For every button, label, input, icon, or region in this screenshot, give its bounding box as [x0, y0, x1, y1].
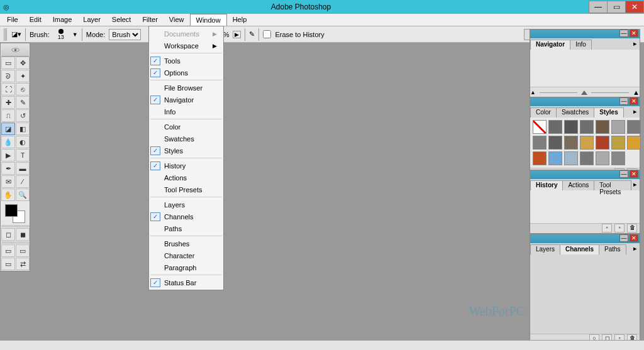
navigator-zoom-slider[interactable]: ▲ ▲ [530, 87, 640, 97]
quickmask-mode-icon[interactable]: ◼ [16, 228, 30, 241]
style-swatch[interactable] [580, 151, 594, 165]
history-brush-tool[interactable]: ↺ [16, 109, 30, 122]
screenmode-full[interactable]: ▭ [1, 258, 15, 270]
style-swatch[interactable] [548, 136, 562, 150]
eraser-tool[interactable]: ◪ [1, 123, 15, 135]
style-swatch[interactable] [611, 136, 625, 150]
panel-close-icon[interactable]: ✕ [630, 97, 638, 105]
new-doc-icon[interactable]: ▫ [614, 224, 625, 232]
screenmode-standard[interactable]: ▭ [1, 244, 15, 257]
shape-tool[interactable]: ▬ [16, 162, 30, 175]
style-swatch[interactable] [533, 120, 547, 134]
magic-wand-tool[interactable]: ✦ [16, 70, 30, 82]
style-swatch[interactable] [627, 136, 641, 150]
window-menu-info[interactable]: Info [149, 106, 223, 118]
airbrush-icon[interactable]: ✎ [249, 30, 255, 38]
clone-stamp-tool[interactable]: ⎍ [1, 109, 15, 122]
jump-to-imageready[interactable]: ⇄ [16, 258, 30, 270]
gradient-tool[interactable]: ◧ [16, 123, 30, 135]
menu-layer[interactable]: Layer [77, 14, 106, 26]
standard-mode-icon[interactable]: ◻ [1, 228, 15, 241]
brush-preset-picker[interactable]: 13 [53, 29, 69, 40]
window-menu-layers[interactable]: Layers [149, 199, 223, 211]
window-menu-paragraph[interactable]: Paragraph [149, 261, 223, 273]
panel-close-icon[interactable]: ✕ [630, 30, 638, 37]
tab-navigator[interactable]: Navigator [530, 40, 570, 50]
menu-image[interactable]: Image [47, 14, 78, 26]
menu-select[interactable]: Select [106, 14, 137, 26]
window-menu-tools[interactable]: ✓Tools [149, 55, 223, 67]
style-swatch[interactable] [533, 151, 547, 165]
style-swatch[interactable] [533, 136, 547, 150]
tab-layers[interactable]: Layers [530, 244, 560, 254]
panel-close-icon[interactable]: ✕ [630, 234, 638, 242]
tab-swatches[interactable]: Swatches [556, 107, 594, 118]
brush-tool[interactable]: ✎ [16, 96, 30, 109]
tab-color[interactable]: Color [530, 107, 557, 118]
window-menu-history[interactable]: ✓History [149, 160, 223, 172]
delete-state-icon[interactable]: 🗑 [627, 224, 637, 232]
window-menu-character[interactable]: Character [149, 249, 223, 261]
zoom-tool[interactable]: 🔍 [16, 189, 30, 201]
style-swatch[interactable] [611, 120, 625, 134]
style-swatch[interactable] [580, 136, 594, 150]
pen-tool[interactable]: ✒ [1, 162, 15, 175]
eyedropper-tool[interactable]: ⁄ [16, 175, 30, 188]
zoom-in-icon[interactable]: ▲ [633, 89, 640, 96]
close-button[interactable]: ✕ [625, 1, 644, 13]
window-menu-file-browser[interactable]: File Browser [149, 82, 223, 94]
healing-brush-tool[interactable]: ✚ [1, 96, 15, 109]
window-menu-options[interactable]: ✓Options [149, 67, 223, 79]
window-menu-paths[interactable]: Paths [149, 222, 223, 234]
eraser-tool-icon[interactable]: ◪▾ [11, 30, 21, 38]
window-menu-workspace[interactable]: Workspace▶ [149, 40, 223, 52]
lasso-tool[interactable]: ᘐ [1, 70, 15, 82]
style-swatch[interactable] [548, 120, 562, 134]
style-swatch[interactable] [596, 151, 609, 165]
tab-paths[interactable]: Paths [599, 244, 626, 254]
crop-tool[interactable]: ⛶ [1, 83, 15, 96]
optionsbar-grip[interactable] [4, 28, 8, 41]
window-menu-swatches[interactable]: Swatches [149, 133, 223, 145]
notes-tool[interactable]: ✉ [1, 175, 15, 188]
menu-file[interactable]: File [1, 14, 24, 26]
blur-tool[interactable]: 💧 [1, 136, 15, 148]
menu-filter[interactable]: Filter [136, 14, 163, 26]
panel-menu-icon[interactable]: ▸ [631, 107, 640, 118]
window-menu-tool-presets[interactable]: Tool Presets [149, 183, 223, 195]
window-menu-color[interactable]: Color [149, 121, 223, 133]
style-swatch[interactable] [564, 120, 578, 134]
zoom-out-icon[interactable]: ▲ [530, 89, 536, 96]
tab-history[interactable]: History [530, 180, 563, 190]
style-swatch[interactable] [580, 120, 594, 134]
tab-styles[interactable]: Styles [594, 107, 623, 118]
style-swatch[interactable] [596, 136, 609, 150]
panel-minimize-icon[interactable]: — [619, 97, 628, 105]
window-menu-status-bar[interactable]: ✓Status Bar [149, 276, 223, 288]
chevron-down-icon[interactable]: ▼ [72, 31, 78, 38]
style-swatch[interactable] [596, 120, 609, 134]
style-swatch[interactable] [548, 151, 562, 165]
minimize-button[interactable]: — [589, 1, 608, 13]
screenmode-full-menu[interactable]: ▭ [16, 244, 30, 257]
slice-tool[interactable]: ⎋ [16, 83, 30, 96]
style-swatch[interactable] [627, 120, 641, 134]
maximize-button[interactable]: ▭ [607, 1, 626, 13]
panel-minimize-icon[interactable]: — [619, 30, 628, 37]
tab-info[interactable]: Info [570, 40, 592, 50]
style-swatch[interactable] [564, 136, 578, 150]
tab-actions[interactable]: Actions [562, 180, 594, 190]
window-menu-channels[interactable]: ✓Channels [149, 211, 223, 222]
chevron-right-icon[interactable]: ▶ [233, 31, 241, 38]
panel-minimize-icon[interactable]: — [619, 234, 628, 242]
marquee-tool[interactable]: ▭ [1, 57, 15, 69]
panel-menu-icon[interactable]: ▸ [631, 40, 640, 50]
move-tool[interactable]: ✥ [16, 57, 30, 69]
type-tool[interactable]: T [16, 149, 30, 161]
panel-menu-icon[interactable]: ▸ [631, 180, 640, 190]
new-snapshot-icon[interactable]: ▫ [602, 224, 612, 232]
window-menu-brushes[interactable]: Brushes [149, 238, 223, 249]
tab-channels[interactable]: Channels [560, 244, 599, 254]
style-swatch[interactable] [611, 151, 625, 165]
mode-select[interactable]: Brush [109, 29, 141, 40]
